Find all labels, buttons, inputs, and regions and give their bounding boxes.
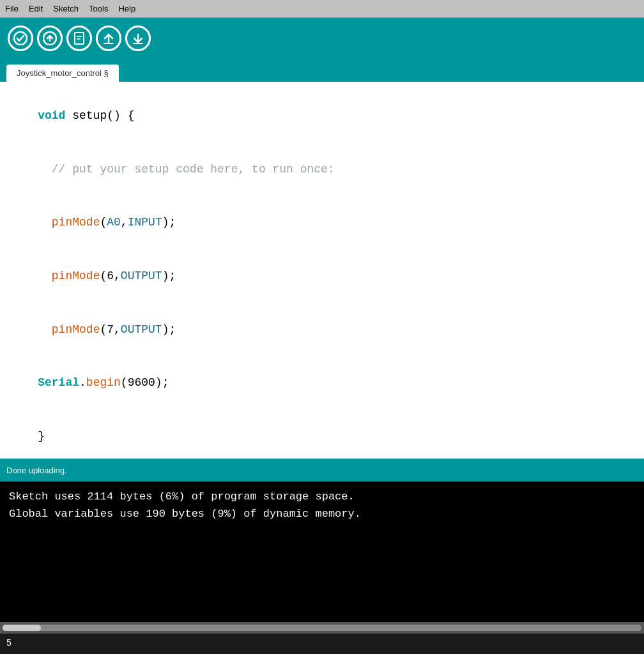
menu-file[interactable]: File [5,4,19,13]
console-output: Sketch uses 2114 bytes (6%) of program s… [0,482,644,622]
menu-help[interactable]: Help [118,4,135,13]
code-editor[interactable]: void setup() { // put your setup code he… [0,82,644,459]
upload-icon [43,31,57,45]
editor-tab[interactable]: Joystick_motor_control § [6,65,119,82]
tab-bar: Joystick_motor_control § [0,59,644,82]
status-message: Done uploading. [6,466,67,475]
code-line: pinMode(6,OUTPUT); [10,250,634,303]
svg-rect-3 [75,33,84,44]
line-number: 5 [6,637,12,648]
menu-sketch[interactable]: Sketch [53,4,79,13]
menu-edit[interactable]: Edit [29,4,43,13]
open-button[interactable] [96,26,121,51]
menu-bar: File Edit Sketch Tools Help [0,0,644,18]
new-file-icon [72,31,86,45]
console-line: Global variables use 190 bytes (9%) of d… [9,505,635,522]
code-line: pinMode(A0,INPUT); [10,196,634,250]
open-icon [102,31,116,45]
code-line: } [10,410,634,459]
new-button[interactable] [66,26,92,51]
code-line: pinMode(7,OUTPUT); [10,303,634,357]
toolbar [0,18,644,59]
bottom-status-bar: 5 [0,634,644,654]
code-line: Serial.begin(9600); [10,356,634,410]
status-bar: Done uploading. [0,459,644,482]
menu-tools[interactable]: Tools [89,4,108,13]
scrollbar-thumb[interactable] [3,625,41,631]
save-button[interactable] [125,26,151,51]
upload-button[interactable] [37,26,63,51]
checkmark-icon [13,31,27,45]
code-line: void setup() { [10,89,634,143]
horizontal-scrollbar[interactable] [0,622,644,634]
verify-button[interactable] [8,26,33,51]
scrollbar-track [3,625,641,631]
console-line: Sketch uses 2114 bytes (6%) of program s… [9,488,635,505]
save-icon [131,31,145,45]
code-line: // put your setup code here, to run once… [10,143,634,197]
